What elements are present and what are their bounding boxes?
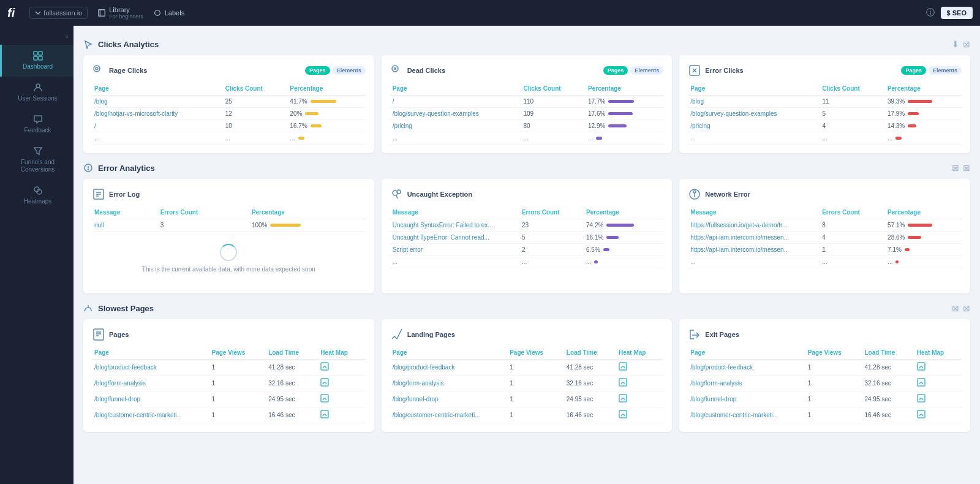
table-row: /blog/funnel-drop 1 24.95 sec: [92, 391, 366, 407]
table-row: /pricing 80 12.9%: [390, 120, 664, 132]
error-tag-pages[interactable]: Pages: [901, 66, 926, 75]
empty-state-text: This is the current available data, with…: [142, 266, 315, 273]
errors-section-actions: ⊠ ⊠: [952, 163, 970, 173]
errors-close-button[interactable]: ⊠: [963, 163, 970, 173]
error-clicks-card: Error Clicks Pages Elements Page Clicks …: [679, 55, 970, 153]
clicks-section-title: Clicks Analytics: [83, 39, 159, 49]
rage-tag-pages[interactable]: Pages: [305, 66, 330, 75]
sp-col-views: Page Views: [209, 347, 266, 360]
table-row: / 10 16.7%: [92, 120, 366, 132]
heatmap-button[interactable]: [619, 395, 627, 404]
svg-point-20: [88, 170, 89, 170]
svg-rect-0: [99, 10, 105, 17]
sidebar-collapse-button[interactable]: «: [60, 31, 74, 42]
errors-settings-button[interactable]: ⊠: [952, 163, 959, 173]
ue-col-pct: Percentage: [584, 207, 663, 219]
progress-bar: [908, 124, 916, 127]
info-button[interactable]: ⓘ: [926, 7, 935, 18]
progress-bar: [298, 137, 304, 140]
ue-col-msg: Message: [390, 207, 519, 219]
heatmap-button[interactable]: [917, 395, 925, 404]
dead-tag-elements[interactable]: Elements: [630, 66, 663, 75]
error-log-header: Error Log: [92, 187, 366, 201]
library-icon: [97, 9, 106, 17]
table-row: ... ... ...: [688, 256, 962, 268]
slowest-close-button[interactable]: ⊠: [963, 303, 970, 313]
table-row: null 3 100%: [92, 219, 366, 232]
topnav: fi fullsession.io Library For beginners …: [0, 0, 980, 26]
table-row: /blog/customer-centric-marketi... 1 16.4…: [688, 407, 962, 423]
heatmap-button[interactable]: [619, 363, 627, 372]
sidebar-item-user-sessions[interactable]: User Sessions: [0, 77, 74, 108]
error-log-title: Error Log: [109, 191, 140, 198]
labels-nav[interactable]: Labels: [153, 9, 184, 17]
labels-icon: [153, 9, 162, 17]
network-error-header: Network Error: [688, 187, 962, 201]
exit-pages-table: Page Page Views Load Time Heat Map /blog…: [688, 347, 962, 423]
heatmap-button[interactable]: [619, 411, 627, 420]
rage-clicks-title: Rage Clicks: [109, 67, 147, 74]
network-error-card: Network Error Message Errors Count Perce…: [679, 179, 970, 293]
progress-bar: [305, 112, 318, 115]
slowest-settings-button[interactable]: ⊠: [952, 303, 959, 313]
svg-rect-6: [39, 56, 42, 60]
table-row: /pricing 4 14.3%: [688, 120, 962, 132]
sidebar-item-feedback[interactable]: Feedback: [0, 108, 74, 140]
clicks-settings-button[interactable]: ⊠: [963, 39, 970, 49]
heatmap-button[interactable]: [917, 379, 925, 388]
heatmap-button[interactable]: [917, 411, 925, 420]
heatmap-button[interactable]: [917, 363, 925, 372]
table-row: /blog/funnel-drop 1 24.95 sec: [688, 391, 962, 407]
landing-pages-title: Landing Pages: [407, 331, 455, 338]
library-sub: For beginners: [109, 13, 143, 20]
sidebar-item-dashboard[interactable]: Dashboard: [0, 45, 74, 77]
workspace-button[interactable]: fullsession.io: [29, 7, 88, 19]
dead-col-pct: Percentage: [586, 83, 663, 96]
exit-pages-title: Exit Pages: [705, 331, 739, 338]
error-clicks-header: Error Clicks Pages Elements: [688, 64, 962, 77]
error-tag-elements[interactable]: Elements: [929, 66, 962, 75]
table-row: /blog/funnel-drop 1 24.95 sec: [390, 391, 664, 407]
slowest-pages-table: Page Page Views Load Time Heat Map /blog…: [92, 347, 366, 423]
rage-tag-elements[interactable]: Elements: [333, 66, 366, 75]
sidebar-item-funnels[interactable]: Funnels and Conversions: [0, 140, 74, 180]
network-error-icon: [688, 187, 701, 201]
seo-button[interactable]: $ SEO: [941, 7, 973, 19]
workspace-label: fullsession.io: [43, 9, 82, 17]
topnav-left: fi fullsession.io Library For beginners …: [7, 6, 184, 20]
library-nav[interactable]: Library For beginners: [97, 6, 143, 20]
rage-col-pct: Percentage: [287, 83, 365, 96]
ne-col-msg: Message: [688, 207, 820, 219]
rage-clicks-card: Rage Clicks Pages Elements Page Clicks C…: [83, 55, 374, 153]
slowest-pages-title: Pages: [109, 331, 129, 338]
progress-bar: [895, 137, 902, 140]
dead-clicks-header: Dead Clicks Pages Elements: [390, 64, 664, 77]
errors-section-title: Error Analytics: [83, 163, 155, 173]
lp-col-heatmap: Heat Map: [616, 347, 663, 360]
network-error-table: Message Errors Count Percentage https://…: [688, 207, 962, 268]
sp-col-heatmap: Heat Map: [318, 347, 365, 360]
table-row: /blog/survey-question-examples 5 17.9%: [688, 108, 962, 120]
sidebar-item-heatmaps[interactable]: Heatmaps: [0, 180, 74, 211]
heatmap-button[interactable]: [619, 379, 627, 388]
progress-bar: [311, 100, 336, 103]
heatmap-button[interactable]: [320, 395, 329, 404]
error-clicks-icon: [688, 64, 701, 77]
funnels-icon: [33, 146, 43, 156]
exit-pages-header: Exit Pages: [688, 328, 962, 341]
table-row: ... ... ...: [688, 132, 962, 145]
dead-tag-pages[interactable]: Pages: [603, 66, 628, 75]
error-log-table: Message Errors Count Percentage null 3 1…: [92, 207, 366, 232]
dead-col-count: Clicks Count: [521, 83, 586, 96]
clicks-download-button[interactable]: ⬇: [952, 39, 959, 49]
heatmap-button[interactable]: [320, 379, 329, 388]
heatmap-button[interactable]: [320, 411, 329, 420]
sidebar-item-label-sessions: User Sessions: [18, 95, 57, 102]
network-error-title: Network Error: [705, 191, 750, 198]
heatmap-button[interactable]: [320, 363, 329, 372]
rage-clicks-header: Rage Clicks Pages Elements: [92, 64, 366, 77]
errors-section-icon: [83, 163, 93, 173]
rage-clicks-icon: [92, 64, 105, 77]
table-row: /blog/product-feedback 1 41.28 sec: [688, 360, 962, 376]
table-row: Script error 2 6.5%: [390, 244, 664, 256]
